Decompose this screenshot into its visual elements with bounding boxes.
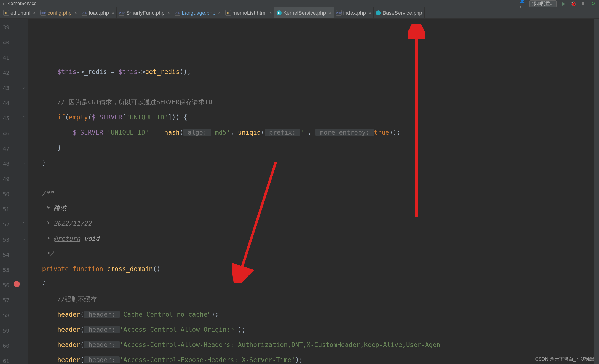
tab-memoList-html[interactable]: HmemoList.html× [223,7,274,18]
line-number: 60 [0,338,11,354]
annotation-arrow-1 [408,24,425,220]
tab-label: config.php [47,10,72,16]
title-bar: ▸ KernelService 👤▾ 添加配置... ▶ 🐞 ■ ↻ [0,0,599,7]
html-file-icon: H [3,10,9,16]
close-icon[interactable]: × [74,10,77,15]
fold-marker[interactable]: ⌃ [22,115,26,120]
tab-SmartyFunc-php[interactable]: PHPSmartyFunc.php× [117,7,172,18]
tab-label: BaseService.php [383,10,422,16]
code-area[interactable]: $this->_redis = $this->get_redis(); // 因… [28,19,599,364]
breakpoint-marker[interactable] [14,281,20,287]
line-number: 54 [0,247,11,263]
php-file-icon: PHP [175,10,180,16]
gutter-markers[interactable]: ⌄⌃⌄⌃⌄ [11,19,28,364]
line-number: 57 [0,293,11,308]
close-icon[interactable]: × [369,10,371,15]
tab-edit-html[interactable]: Hedit.html× [1,7,38,18]
line-number: 49 [0,172,11,187]
tab-Language-php[interactable]: PHPLanguage.php× [172,7,223,18]
user-icon[interactable]: 👤▾ [519,1,525,7]
tab-label: memoList.html [232,10,267,16]
line-number: 39 [0,20,11,35]
code-editor: 3940414243444546474849505152535455565758… [0,19,599,364]
add-configuration-button[interactable]: 添加配置... [529,0,557,7]
class-file-icon: C [376,10,381,15]
annotation-arrow-2 [232,159,287,283]
scrollbar[interactable] [594,19,599,364]
line-number: 55 [0,263,11,278]
tab-index-php[interactable]: PHPindex.php× [334,7,374,18]
debug-icon[interactable]: 🐞 [570,1,576,7]
tab-load-php[interactable]: PHPload.php× [79,7,117,18]
line-number: 45 [0,111,11,126]
line-number: 53 [0,232,11,247]
line-number: 51 [0,202,11,217]
watermark: CSDN @天下皆白_唯我独黑 [535,356,595,362]
line-number: 41 [0,50,11,65]
fold-marker[interactable]: ⌄ [22,161,26,165]
line-number: 52 [0,217,11,232]
tab-label: Language.php [182,10,215,16]
close-icon[interactable]: × [269,10,272,15]
line-numbers: 3940414243444546474849505152535455565758… [0,19,11,364]
class-file-icon: C [277,10,282,15]
line-number: 58 [0,308,11,323]
run-icon[interactable]: ▶ [560,1,566,7]
line-number: 40 [0,35,11,50]
line-number: 59 [0,323,11,338]
tab-KernelService-php[interactable]: CKernelService.php× [274,7,334,18]
tab-label: load.php [89,10,109,16]
tab-label: index.php [343,10,366,16]
line-number: 43 [0,81,11,96]
line-number: 61 [0,354,11,364]
tab-label: edit.html [10,10,30,16]
line-number: 50 [0,187,11,202]
html-file-icon: H [225,10,231,16]
line-number: 48 [0,156,11,172]
close-icon[interactable]: × [33,10,36,15]
project-menu-icon[interactable]: ▸ [3,1,5,7]
line-number: 46 [0,126,11,141]
line-number: 44 [0,96,11,111]
line-number: 47 [0,141,11,156]
close-icon[interactable]: × [329,10,331,15]
php-file-icon: PHP [119,10,124,16]
tab-label: KernelService.php [283,10,326,16]
tab-BaseService-php[interactable]: CBaseService.php [374,7,425,18]
close-icon[interactable]: × [167,10,170,15]
php-file-icon: PHP [40,10,46,16]
stop-icon[interactable]: ■ [580,1,586,7]
svg-line-1 [239,162,276,278]
fold-marker[interactable]: ⌃ [22,221,26,226]
fold-marker[interactable]: ⌄ [22,237,26,241]
php-file-icon: PHP [336,10,342,16]
tab-config-php[interactable]: PHPconfig.php× [38,7,79,18]
fold-marker[interactable]: ⌄ [22,85,26,89]
php-file-icon: PHP [82,10,87,16]
line-number: 56 [0,278,11,293]
window-title: KernelService [7,1,37,6]
tab-label: SmartyFunc.php [126,10,164,16]
editor-tabs: Hedit.html×PHPconfig.php×PHPload.php×PHP… [0,7,599,19]
close-icon[interactable]: × [218,10,221,15]
more-icon[interactable]: ↻ [590,1,596,7]
line-number: 42 [0,65,11,81]
close-icon[interactable]: × [112,10,114,15]
